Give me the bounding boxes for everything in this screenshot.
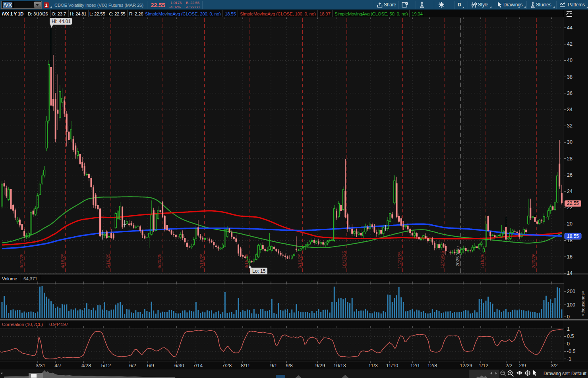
svg-text:24: 24 bbox=[567, 189, 573, 194]
svg-text:2/20/26: 2/20/26 bbox=[531, 253, 536, 268]
svg-text:5/12: 5/12 bbox=[101, 363, 111, 368]
svg-text:12/29: 12/29 bbox=[460, 363, 472, 368]
svg-text:6/20/25: 6/20/25 bbox=[157, 253, 162, 268]
svg-text:4/18/25: 4/18/25 bbox=[60, 253, 65, 268]
svg-text:Hi: 44.01: Hi: 44.01 bbox=[52, 19, 71, 24]
svg-text:0: 0 bbox=[567, 341, 570, 347]
svg-text:11/10: 11/10 bbox=[386, 363, 398, 368]
svg-text:-0.5: -0.5 bbox=[567, 349, 576, 354]
svg-text:1: 1 bbox=[567, 326, 570, 332]
svg-text:16: 16 bbox=[567, 254, 573, 260]
svg-text:9/1: 9/1 bbox=[270, 363, 277, 368]
svg-text:42: 42 bbox=[567, 41, 573, 47]
svg-text:12/1: 12/1 bbox=[410, 363, 420, 368]
svg-text:18.55: 18.55 bbox=[567, 233, 579, 239]
svg-text:6/9: 6/9 bbox=[147, 363, 154, 368]
svg-text:12/8: 12/8 bbox=[427, 363, 437, 368]
svg-text:200: 200 bbox=[567, 289, 575, 294]
svg-text:1/12: 1/12 bbox=[479, 363, 488, 368]
svg-text:26: 26 bbox=[567, 172, 573, 178]
svg-text:32: 32 bbox=[567, 123, 573, 129]
svg-text:34: 34 bbox=[567, 107, 573, 112]
svg-text:9/29: 9/29 bbox=[315, 363, 325, 368]
svg-text:30: 30 bbox=[567, 139, 573, 145]
svg-text:-1: -1 bbox=[567, 356, 571, 362]
svg-text:5/16/25: 5/16/25 bbox=[106, 253, 110, 268]
svg-text:1/16/26: 1/16/26 bbox=[480, 253, 485, 268]
svg-text:2/2: 2/2 bbox=[505, 363, 512, 368]
svg-text:Lo: 15: Lo: 15 bbox=[252, 268, 266, 274]
svg-text:4/28: 4/28 bbox=[81, 363, 91, 368]
svg-text:36: 36 bbox=[567, 91, 573, 96]
svg-text:8/15/25: 8/15/25 bbox=[244, 253, 249, 268]
svg-text:8/11: 8/11 bbox=[241, 363, 250, 368]
svg-text:0.5: 0.5 bbox=[567, 334, 574, 339]
svg-text:2/9: 2/9 bbox=[519, 363, 526, 368]
svg-text:7/18/25: 7/18/25 bbox=[199, 253, 204, 268]
svg-text:3/31: 3/31 bbox=[36, 363, 45, 368]
svg-text:40: 40 bbox=[567, 58, 573, 63]
svg-text:28: 28 bbox=[567, 156, 573, 162]
svg-text:11/3: 11/3 bbox=[368, 363, 377, 368]
svg-text:44: 44 bbox=[567, 25, 573, 31]
svg-text:20: 20 bbox=[567, 221, 573, 227]
svg-text:10/17/25: 10/17/25 bbox=[342, 251, 346, 268]
svg-text:3/2: 3/2 bbox=[551, 363, 557, 368]
svg-text:6/30: 6/30 bbox=[174, 363, 184, 368]
svg-text:7/28: 7/28 bbox=[222, 363, 232, 368]
svg-text:0: 0 bbox=[567, 314, 570, 320]
svg-text:11/21/25: 11/21/25 bbox=[397, 251, 402, 268]
svg-text:22.55: 22.55 bbox=[567, 201, 579, 206]
svg-text:12/19/25: 12/19/25 bbox=[440, 251, 445, 268]
svg-text:3/21/25: 3/21/25 bbox=[19, 253, 24, 268]
svg-text:14: 14 bbox=[567, 270, 573, 276]
svg-text:9/19/25: 9/19/25 bbox=[298, 253, 302, 268]
svg-text:10/13: 10/13 bbox=[333, 363, 346, 368]
svg-text:9/8: 9/8 bbox=[286, 363, 292, 368]
svg-text:7/14: 7/14 bbox=[193, 363, 203, 368]
svg-text:4/7: 4/7 bbox=[54, 363, 61, 368]
svg-text:6/2: 6/2 bbox=[129, 363, 136, 368]
svg-text:<thousands>: <thousands> bbox=[580, 291, 585, 316]
svg-text:38: 38 bbox=[567, 74, 573, 80]
svg-text:100: 100 bbox=[567, 302, 575, 308]
